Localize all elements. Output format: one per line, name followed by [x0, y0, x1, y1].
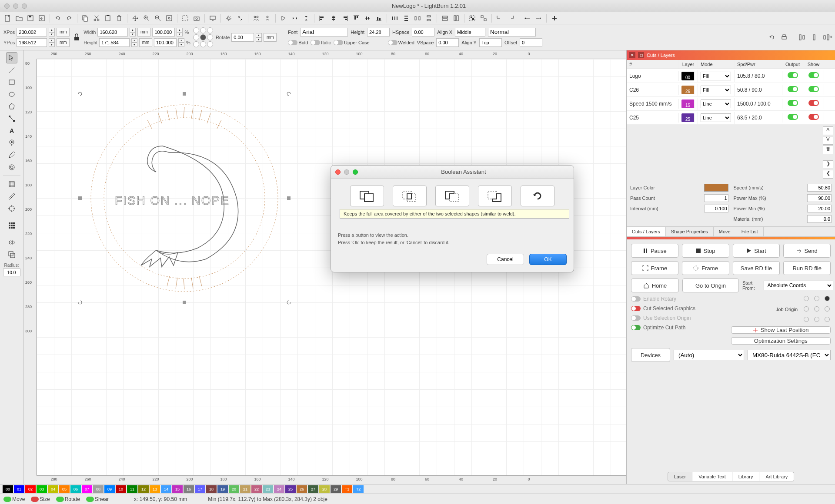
- distribute-3-button[interactable]: [424, 13, 434, 23]
- crosshair-tool[interactable]: [6, 203, 17, 214]
- plus-tool[interactable]: [549, 13, 560, 23]
- height-spinner[interactable]: ▴▾: [131, 38, 137, 47]
- palette-color[interactable]: T2: [353, 485, 364, 493]
- uppercase-toggle[interactable]: Upper Case: [334, 40, 370, 45]
- hspace-input[interactable]: [412, 28, 434, 36]
- dot-tool-2[interactable]: [533, 13, 544, 23]
- devices-button[interactable]: Devices: [631, 348, 670, 362]
- same-height-button[interactable]: [451, 13, 461, 23]
- palette-color[interactable]: 05: [59, 485, 70, 493]
- mode-select[interactable]: Line: [701, 99, 731, 108]
- palette-color[interactable]: 15: [172, 485, 183, 493]
- palette-color[interactable]: 20: [229, 485, 239, 493]
- boolean-tool[interactable]: [6, 249, 17, 260]
- rotate-toggle[interactable]: Rotate: [56, 496, 80, 502]
- xpos-spinner[interactable]: ▴▾: [49, 28, 55, 36]
- palette-color[interactable]: 10: [116, 485, 126, 493]
- home-button[interactable]: Home: [631, 279, 679, 292]
- open-file-button[interactable]: [14, 13, 24, 23]
- ungroup-button[interactable]: [478, 13, 489, 23]
- grid-tool[interactable]: [6, 220, 17, 231]
- layer-delete-button[interactable]: 🗑: [823, 146, 833, 154]
- frame-circle-button[interactable]: Frame: [682, 261, 729, 275]
- tab-cuts-layers[interactable]: Cuts / Layers: [627, 227, 666, 236]
- two-users-icon[interactable]: [251, 13, 261, 23]
- welded-toggle[interactable]: Welded: [388, 40, 414, 45]
- close-icon[interactable]: [4, 3, 10, 9]
- job-origin-grid[interactable]: [804, 296, 831, 323]
- measure-tool[interactable]: [6, 191, 17, 202]
- mirror-h-button[interactable]: [290, 13, 300, 23]
- font-select[interactable]: [300, 28, 348, 36]
- distribute-v-button[interactable]: [401, 13, 411, 23]
- layer-up-button[interactable]: ᐱ: [823, 126, 833, 135]
- palette-color[interactable]: 09: [104, 485, 115, 493]
- same-width-button[interactable]: [440, 13, 450, 23]
- palette-color[interactable]: 01: [14, 485, 24, 493]
- save-button[interactable]: [25, 13, 36, 23]
- palette-color[interactable]: 26: [297, 485, 307, 493]
- layer-down-button[interactable]: ᐯ: [823, 136, 833, 145]
- line-tool[interactable]: [6, 64, 17, 76]
- zoom-out-button[interactable]: [153, 13, 163, 23]
- layer-left-button[interactable]: ❮: [823, 170, 833, 179]
- preview-button[interactable]: [278, 13, 289, 23]
- undo-button[interactable]: [53, 13, 63, 23]
- interval-input[interactable]: [704, 205, 728, 212]
- overflow-chevron-icon[interactable]: »: [829, 33, 832, 40]
- font-style-select[interactable]: [488, 28, 536, 36]
- output-toggle[interactable]: [788, 114, 798, 120]
- paste-button[interactable]: [103, 13, 113, 23]
- align-middle-button[interactable]: [362, 13, 373, 23]
- maximize-icon[interactable]: [22, 3, 27, 9]
- palette-color[interactable]: 12: [138, 485, 149, 493]
- show-last-position-button[interactable]: Show Last Position: [731, 326, 831, 334]
- palette-color[interactable]: 13: [150, 485, 160, 493]
- tab-file-list[interactable]: File List: [736, 227, 764, 236]
- ok-button[interactable]: OK: [529, 254, 567, 265]
- frame-button[interactable]: Frame: [631, 261, 678, 275]
- height-pct-spinner[interactable]: ▴▾: [178, 38, 184, 47]
- import-button[interactable]: [37, 13, 47, 23]
- width-input[interactable]: [97, 28, 128, 36]
- palette-color[interactable]: 28: [319, 485, 330, 493]
- height-pct-input[interactable]: [154, 38, 177, 47]
- align-top-button[interactable]: [351, 13, 361, 23]
- palette-color[interactable]: 16: [184, 485, 194, 493]
- palette-color[interactable]: 22: [251, 485, 262, 493]
- rectangle-tool[interactable]: [6, 76, 17, 88]
- cuts-row[interactable]: Speed 1500 mm/s 15 Line 1500.0 / 100.0: [627, 97, 835, 111]
- show-toggle[interactable]: [808, 114, 819, 120]
- zoom-frame-button[interactable]: [164, 13, 174, 23]
- mode-select[interactable]: Line: [701, 113, 731, 122]
- palette-color[interactable]: 11: [127, 485, 137, 493]
- pan-button[interactable]: [130, 13, 140, 23]
- artwork-selection[interactable]: FISH ON ... NOPE: [80, 94, 289, 302]
- palette-color[interactable]: 06: [70, 485, 81, 493]
- palette-color[interactable]: 23: [263, 485, 273, 493]
- palette-color[interactable]: 08: [93, 485, 104, 493]
- speed-input[interactable]: [807, 184, 832, 192]
- offset-input[interactable]: [520, 38, 542, 47]
- dot-tool-1[interactable]: [522, 13, 532, 23]
- alignx-select[interactable]: [455, 28, 485, 36]
- cut-button[interactable]: [91, 13, 102, 23]
- palette-color[interactable]: 21: [240, 485, 250, 493]
- pause-button[interactable]: Pause: [631, 244, 678, 258]
- xpos-input[interactable]: [17, 28, 47, 36]
- width-spinner[interactable]: ▴▾: [130, 28, 136, 36]
- device-settings-button[interactable]: [235, 13, 245, 23]
- radius-input[interactable]: [3, 269, 20, 276]
- align-right-button[interactable]: [340, 13, 350, 23]
- cuts-row[interactable]: C25 25 Line 63.5 / 20.0: [627, 111, 835, 125]
- start-button[interactable]: Start: [733, 244, 780, 258]
- show-toggle[interactable]: [808, 100, 819, 106]
- monitor-button[interactable]: [207, 13, 218, 23]
- panel-close-icon[interactable]: ✕: [629, 52, 635, 58]
- palette-color[interactable]: 00: [3, 485, 13, 493]
- weld-tool[interactable]: [6, 237, 17, 248]
- select-marquee-button[interactable]: [180, 13, 190, 23]
- palette-color[interactable]: 27: [308, 485, 318, 493]
- corner-tool-1[interactable]: [494, 13, 505, 23]
- palette-color[interactable]: 29: [331, 485, 341, 493]
